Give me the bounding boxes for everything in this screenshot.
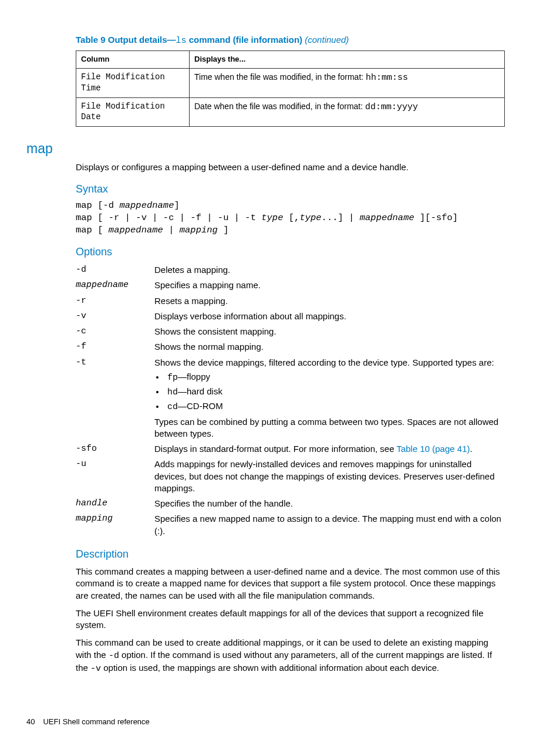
- table-row: Column Displays the...: [76, 51, 505, 69]
- cell-displays: Time when the file was modified, in the …: [190, 68, 505, 97]
- option-term: handle: [76, 496, 154, 511]
- option-term: -sfo: [76, 441, 154, 457]
- col-header-displays: Displays the...: [190, 51, 505, 69]
- option-def: Specifies a mapping name.: [154, 278, 505, 293]
- option-def: Displays verbose information about all m…: [154, 309, 505, 324]
- option-row: mapping Specifies a new mapped name to a…: [76, 511, 505, 539]
- option-term: -c: [76, 324, 154, 339]
- option-def: Displays in standard-format output. For …: [154, 441, 505, 457]
- option-row: -d Deletes a mapping.: [76, 262, 505, 278]
- page-number: 40: [26, 717, 35, 726]
- option-row: -r Resets a mapping.: [76, 293, 505, 309]
- command-intro: Displays or configures a mapping between…: [76, 161, 505, 173]
- option-def: Adds mappings for newly-installed device…: [154, 457, 505, 496]
- option-row: mappedname Specifies a mapping name.: [76, 278, 505, 293]
- option-def: Shows the device mappings, filtered acco…: [154, 355, 505, 442]
- table-title-cmd: ls: [176, 36, 187, 46]
- list-item: fp—floppy: [165, 371, 504, 384]
- option-row: -u Adds mappings for newly-installed dev…: [76, 457, 505, 496]
- option-term: -r: [76, 293, 154, 309]
- table-row: File Modification Time Time when the fil…: [76, 68, 505, 97]
- list-item: cd—CD-ROM: [165, 400, 504, 413]
- footer-title: UEFI Shell command reference: [43, 717, 149, 726]
- option-def: Specifies the number of the handle.: [154, 496, 505, 511]
- syntax-heading: Syntax: [76, 182, 505, 196]
- options-heading: Options: [76, 245, 505, 259]
- syntax-block: map [-d mappedname] map [ -r | -v | -c |…: [76, 200, 505, 237]
- table-9: Column Displays the... File Modification…: [76, 50, 505, 127]
- list-item: hd—hard disk: [165, 386, 504, 399]
- cell-column: File Modification Time: [76, 68, 190, 97]
- option-row: -t Shows the device mappings, filtered a…: [76, 355, 505, 442]
- option-def: Specifies a new mapped name to assign to…: [154, 511, 505, 539]
- xref-table-10[interactable]: Table 10 (page 41): [396, 444, 470, 454]
- option-term: -d: [76, 262, 154, 278]
- option-row: -c Shows the consistent mapping.: [76, 324, 505, 339]
- page-footer: 40UEFI Shell command reference: [26, 717, 150, 727]
- col-header-column: Column: [76, 51, 190, 69]
- option-row: handle Specifies the number of the handl…: [76, 496, 505, 511]
- option-term: -u: [76, 457, 154, 496]
- option-term: -f: [76, 339, 154, 355]
- type-list: fp—floppy hd—hard disk cd—CD-ROM: [165, 371, 504, 414]
- option-term: mappedname: [76, 278, 154, 293]
- option-term: mapping: [76, 511, 154, 539]
- description-p2: The UEFI Shell environment creates defau…: [76, 607, 505, 632]
- command-heading: map: [26, 140, 505, 158]
- option-term: -t: [76, 355, 154, 442]
- cell-displays: Date when the file was modified, in the …: [190, 97, 505, 127]
- option-def: Shows the normal mapping.: [154, 339, 505, 355]
- option-def: Resets a mapping.: [154, 293, 505, 309]
- table-title-pre: Table 9 Output details—: [76, 35, 176, 45]
- option-row: -sfo Displays in standard-format output.…: [76, 441, 505, 457]
- options-table: -d Deletes a mapping. mappedname Specifi…: [76, 262, 505, 539]
- table-row: File Modification Date Date when the fil…: [76, 97, 505, 127]
- option-term: -v: [76, 309, 154, 324]
- table-title-post: command (file information): [187, 35, 305, 45]
- cell-column: File Modification Date: [76, 97, 190, 127]
- description-p3: This command can be used to create addit…: [76, 637, 505, 675]
- table-title-cont: (continued): [305, 35, 349, 45]
- option-row: -v Displays verbose information about al…: [76, 309, 505, 324]
- option-row: -f Shows the normal mapping.: [76, 339, 505, 355]
- table-9-title: Table 9 Output details—ls command (file …: [76, 34, 505, 47]
- description-p1: This command creates a mapping between a…: [76, 566, 505, 602]
- option-def: Shows the consistent mapping.: [154, 324, 505, 339]
- option-def: Deletes a mapping.: [154, 262, 505, 278]
- description-heading: Description: [76, 547, 505, 561]
